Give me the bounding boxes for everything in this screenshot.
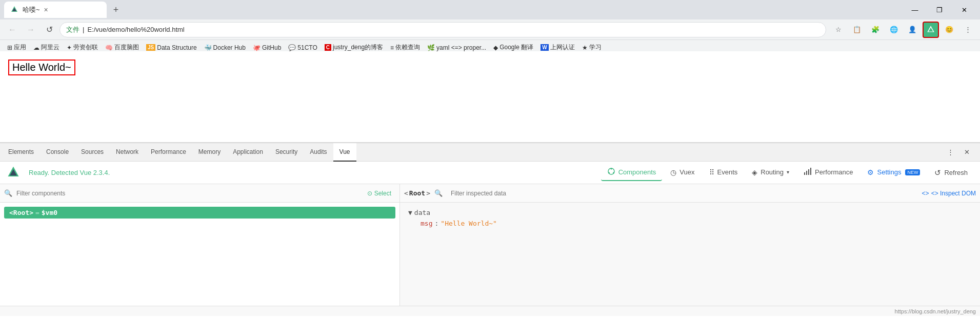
bookmark-dependency-check[interactable]: ≡ 依赖查询 xyxy=(387,42,423,53)
vue-right-panel: < Root > 🔍 <> <> Inspect DOM ▼ xyxy=(400,184,980,306)
maximize-button[interactable]: ❐ xyxy=(928,0,951,19)
bookmark-51cto[interactable]: 💬 51CTO xyxy=(285,43,320,52)
page-content: Helle World~ xyxy=(0,51,980,143)
routing-icon: ◈ xyxy=(752,168,757,176)
inspect-dom-button[interactable]: <> <> Inspect DOM xyxy=(922,190,976,197)
vue-refresh-button[interactable]: ↺ Refresh xyxy=(928,165,974,181)
nav-icons: ☆ 📋 🧩 🌐 👤 😊 ⋮ xyxy=(830,22,976,38)
vue-nav-items: Components ◷ Vuex ⠿ Events ◈ Routing ▾ xyxy=(601,164,974,181)
devtools-tab-audits[interactable]: Audits xyxy=(304,143,333,162)
vue-nav-performance[interactable]: Performance xyxy=(797,164,859,181)
minimize-button[interactable]: — xyxy=(903,0,927,19)
inspect-dom-label: <> Inspect DOM xyxy=(931,190,976,197)
devtools-tab-console[interactable]: Console xyxy=(40,143,75,162)
bookmark-star-icon[interactable]: ☆ xyxy=(830,22,847,38)
bookmark-aliyun-label: 阿里云 xyxy=(41,43,59,52)
bookmark-laozi[interactable]: ✦ 劳资创联 xyxy=(64,42,101,53)
refresh-button[interactable]: ↺ xyxy=(41,22,57,38)
status-url: https://blog.csdn.net/justry_deng xyxy=(895,308,976,314)
active-tab[interactable]: 哈喽~ × xyxy=(4,2,107,18)
devtools-tab-application[interactable]: Application xyxy=(227,143,269,162)
bookmark-51cto-label: 51CTO xyxy=(297,44,317,51)
devtools-tab-security[interactable]: Security xyxy=(269,143,304,162)
devtools-tab-network[interactable]: Network xyxy=(110,143,145,162)
bookmark-docker[interactable]: 🐳 Docker Hub xyxy=(201,43,249,52)
bookmark-laozi-label: 劳资创联 xyxy=(73,43,98,52)
select-label: Select xyxy=(374,190,391,197)
bookmark-apps[interactable]: ⊞ 应用 xyxy=(4,42,29,53)
vue-devtools-panel: Ready. Detected Vue 2.3.4. Components xyxy=(0,162,980,306)
new-tab-button[interactable]: + xyxy=(109,3,123,17)
vue-right-toolbar: < Root > 🔍 <> <> Inspect DOM xyxy=(400,184,980,203)
address-bar[interactable]: 文件 | E:/vue/demo/hello%20world.html xyxy=(59,22,826,37)
inspect-dom-icon: <> xyxy=(922,190,929,197)
bookmark-justry-blog[interactable]: C justry_deng的博客 xyxy=(322,42,386,53)
window-controls: — ❐ ✕ xyxy=(903,0,976,19)
translate-icon[interactable]: 🌐 xyxy=(886,22,902,38)
components-icon xyxy=(607,167,615,177)
extensions-icon[interactable]: 🧩 xyxy=(867,22,884,38)
bookmark-blog-label: justry_deng的博客 xyxy=(333,43,383,52)
docker-icon: 🐳 xyxy=(204,44,212,51)
apps-icon: ⊞ xyxy=(7,44,12,51)
root-component-node[interactable]: <Root> = $vm0 xyxy=(4,207,395,219)
right-search-icon: 🔍 xyxy=(434,189,443,197)
prop-key-msg: msg xyxy=(421,220,432,227)
bookmark-google-translate[interactable]: ◆ Google 翻译 xyxy=(490,42,536,53)
bookmark-aliyun[interactable]: ☁ 阿里云 xyxy=(30,42,63,53)
devtools-tab-sources[interactable]: Sources xyxy=(75,143,110,162)
back-button[interactable]: ← xyxy=(4,22,21,38)
prop-value-msg: "Helle World~" xyxy=(441,220,497,227)
vue-nav-events[interactable]: ⠿ Events xyxy=(703,165,744,181)
address-protocol: 文件 xyxy=(66,25,79,34)
vue-nav-settings[interactable]: ⚙ Settings NEW xyxy=(861,165,926,181)
tab-close-button[interactable]: × xyxy=(44,6,48,14)
profile-icon[interactable]: 👤 xyxy=(904,22,921,38)
browser-chrome: 哈喽~ × + — ❐ ✕ ← → ↺ 文件 | E:/vue/demo/hel… xyxy=(0,0,980,51)
dependency-icon: ≡ xyxy=(390,44,394,51)
bookmark-ds-label: Data Structure xyxy=(157,44,196,51)
yaml-icon: 🌿 xyxy=(427,44,435,51)
components-svg xyxy=(607,167,615,175)
devtools-more-icon[interactable]: ⋮ xyxy=(943,145,957,160)
breadcrumb-close: > xyxy=(426,189,430,197)
forward-button[interactable]: → xyxy=(23,22,39,38)
devtools-tab-memory[interactable]: Memory xyxy=(192,143,227,162)
blog-icon: C xyxy=(325,44,331,51)
vue-extension-button[interactable] xyxy=(923,22,939,38)
bookmark-study[interactable]: ★ 学习 xyxy=(579,42,605,53)
menu-icon[interactable]: ⋮ xyxy=(959,22,976,38)
close-button[interactable]: ✕ xyxy=(952,0,976,19)
bookmark-auth[interactable]: W 上网认证 xyxy=(537,42,577,53)
bookmark-github[interactable]: 🐙 GitHub xyxy=(250,43,284,52)
select-button[interactable]: ⊙ Select xyxy=(363,188,395,199)
performance-label: Performance xyxy=(815,168,853,176)
vue-nav-vuex[interactable]: ◷ Vuex xyxy=(664,165,701,181)
bookmark-translate-label: Google 翻译 xyxy=(499,43,533,52)
root-tag: <Root> xyxy=(9,209,33,216)
data-arrow-icon: ▼ xyxy=(408,209,412,216)
devtools-tab-vue[interactable]: Vue xyxy=(333,143,356,162)
study-icon: ★ xyxy=(582,44,588,51)
svg-point-7 xyxy=(610,168,612,170)
settings-new-badge: NEW xyxy=(905,169,920,175)
bookmark-data-structure[interactable]: JS Data Structure xyxy=(143,43,200,52)
svg-point-8 xyxy=(608,172,610,174)
svg-rect-13 xyxy=(810,168,811,175)
reading-list-icon[interactable]: 📋 xyxy=(849,22,865,38)
devtools-close-icon[interactable]: ✕ xyxy=(959,145,974,160)
bookmark-baidu-mindmap[interactable]: 🧠 百度脑图 xyxy=(102,42,142,53)
profile-avatar-icon[interactable]: 😊 xyxy=(941,22,957,38)
select-circle-icon: ⊙ xyxy=(367,190,372,197)
svg-rect-11 xyxy=(806,171,807,175)
status-bar: https://blog.csdn.net/justry_deng xyxy=(0,306,980,316)
vue-toolbar: Ready. Detected Vue 2.3.4. Components xyxy=(0,162,980,184)
devtools-tab-elements[interactable]: Elements xyxy=(2,143,40,162)
filter-components-input[interactable] xyxy=(16,190,359,197)
bookmark-yaml[interactable]: 🌿 yaml <=> proper... xyxy=(424,43,489,52)
vue-nav-routing[interactable]: ◈ Routing ▾ xyxy=(746,165,795,181)
vue-nav-components[interactable]: Components xyxy=(601,164,663,181)
filter-inspected-input[interactable] xyxy=(451,190,918,197)
prop-colon: : xyxy=(434,220,438,227)
devtools-tab-performance[interactable]: Performance xyxy=(145,143,192,162)
